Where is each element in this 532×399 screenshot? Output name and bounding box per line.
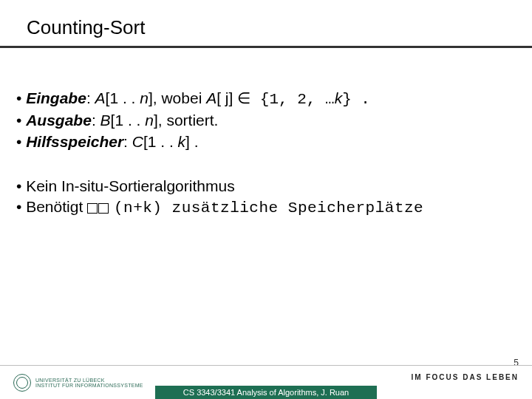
logo-text: UNIVERSITÄT ZU LÜBECK INSTITUT FÜR INFOR… [35,378,143,389]
var-n2: n [145,112,154,129]
footer-divider [0,365,532,366]
var-B: B [100,112,111,129]
content-area: • Eingabe: A[1 . . n], wobei A[ j] ∈ {1,… [16,89,516,219]
logo-line2: INSTITUT FÜR INFORMATIONSSYSTEME [35,383,143,388]
set-open: {1, 2, … [260,91,335,108]
bullet-ausgabe: • Ausgabe: B[1 . . n], sortiert. [16,111,516,130]
slide-title: Counting-Sort [27,16,145,39]
page-number: 5 [514,358,519,368]
var-A: A [95,89,106,106]
title-rule [0,46,532,48]
placeholder-box [98,203,109,214]
logo-line1: UNIVERSITÄT ZU LÜBECK [35,378,143,383]
label-eingabe: Eingabe [26,89,86,106]
slide: Counting-Sort • Eingabe: A[1 . . n], wob… [0,0,532,399]
var-k2: k [178,133,186,150]
text-space-tail: (n+k) zusätzliche Speicherplätze [114,200,423,216]
var-n: n [140,89,149,106]
bullet-hilfsspeicher: • Hilfsspeicher: C[1 . . k] . [16,132,516,151]
bullet-block-2: • Kein In-situ-Sortieralgorithmus • Benö… [16,177,516,219]
var-A2: A [206,89,216,106]
text-benoetigt: Benötigt [26,198,87,215]
motto-text: IM FOCUS DAS LEBEN [412,373,519,381]
label-ausgabe: Ausgabe [26,112,92,129]
footer-caption: CS 3343/3341 Analysis of Algorithms, J. … [155,386,377,399]
var-k: k [335,89,343,106]
bullet-eingabe: • Eingabe: A[1 . . n], wobei A[ j] ∈ {1,… [16,89,516,109]
text-insitu: Kein In-situ-Sortieralgorithmus [26,177,234,194]
seal-icon [13,374,31,392]
university-logo: UNIVERSITÄT ZU LÜBECK INSTITUT FÜR INFOR… [13,374,143,392]
placeholder-boxes [87,199,109,218]
placeholder-box [87,203,98,214]
bullet-space: • Benötigt (n+k) zusätzliche Speicherplä… [16,197,516,218]
var-C: C [132,133,143,150]
bullet-insitu: • Kein In-situ-Sortieralgorithmus [16,177,516,196]
label-hilfsspeicher: Hilfsspeicher [26,133,123,150]
